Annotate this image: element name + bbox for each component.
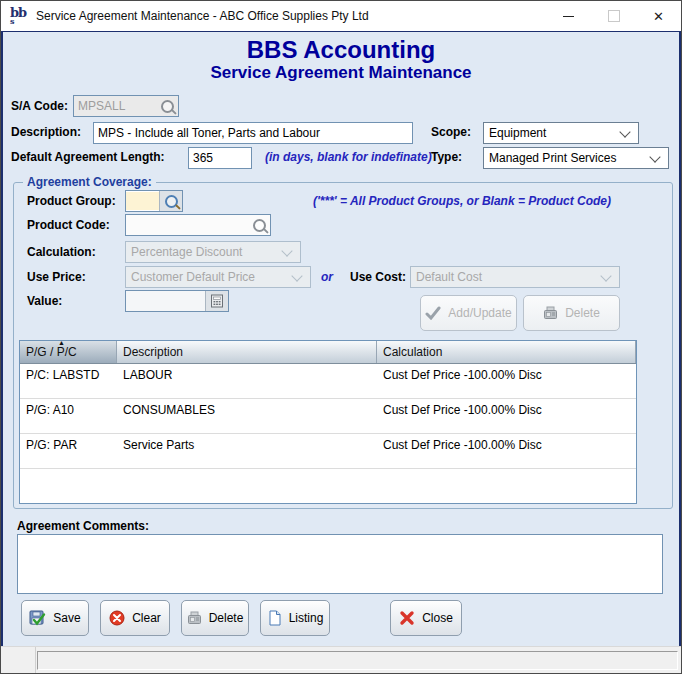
title-bar: bbs Service Agreement Maintenance - ABC … bbox=[1, 1, 681, 31]
product-code-field bbox=[125, 214, 271, 236]
coverage-delete-label: Delete bbox=[565, 306, 600, 320]
column-header-calculation[interactable]: Calculation bbox=[377, 341, 636, 363]
close-icon: ✕ bbox=[653, 10, 664, 23]
column-header-pgpc[interactable]: ▲ P/G / P/C bbox=[20, 341, 117, 363]
clear-button[interactable]: Clear bbox=[100, 600, 170, 636]
main-panel: BBS Accounting Service Agreement Mainten… bbox=[1, 31, 681, 649]
chevron-down-icon bbox=[281, 245, 292, 256]
close-label: Close bbox=[422, 611, 453, 625]
product-group-search-icon[interactable] bbox=[159, 191, 182, 211]
close-x-icon bbox=[399, 610, 415, 626]
save-label: Save bbox=[53, 611, 80, 625]
coverage-table: ▲ P/G / P/C Description Calculation P/C:… bbox=[19, 340, 637, 504]
type-value: Managed Print Services bbox=[489, 151, 647, 165]
value-field bbox=[125, 290, 229, 312]
product-group-note: ('***' = All Product Groups, or Blank = … bbox=[313, 194, 611, 208]
save-icon bbox=[29, 610, 46, 627]
chevron-down-icon bbox=[649, 151, 660, 162]
use-cost-value: Default Cost bbox=[416, 270, 598, 284]
type-select[interactable]: Managed Print Services bbox=[483, 147, 669, 169]
table-row[interactable]: P/C: LABSTD LABOUR Cust Def Price -100.0… bbox=[20, 364, 636, 399]
app-logo-icon: bbs bbox=[8, 6, 30, 26]
product-group-input[interactable] bbox=[126, 192, 159, 210]
comments-label: Agreement Comments: bbox=[17, 519, 149, 533]
calculation-value: Percentage Discount bbox=[131, 245, 279, 259]
cell-calculation: Cust Def Price -100.00% Disc bbox=[377, 434, 636, 468]
chevron-down-icon bbox=[600, 270, 611, 281]
minimize-button[interactable] bbox=[546, 1, 591, 31]
description-label: Description: bbox=[11, 125, 81, 139]
clear-label: Clear bbox=[132, 611, 161, 625]
clear-icon bbox=[109, 610, 125, 626]
use-price-label: Use Price: bbox=[27, 270, 86, 284]
delete-label: Delete bbox=[209, 611, 244, 625]
cell-description: LABOUR bbox=[117, 364, 377, 398]
table-row[interactable]: P/G: A10 CONSUMABLES Cust Def Price -100… bbox=[20, 399, 636, 434]
status-bar bbox=[1, 646, 681, 673]
use-cost-select: Default Cost bbox=[410, 266, 620, 288]
cell-code: P/C: LABSTD bbox=[20, 364, 117, 398]
listing-button[interactable]: Listing bbox=[260, 600, 330, 636]
chevron-down-icon bbox=[291, 270, 302, 281]
close-action-button[interactable]: Close bbox=[390, 600, 462, 636]
product-code-input[interactable] bbox=[126, 216, 248, 234]
type-label: Type: bbox=[431, 150, 462, 164]
app-name-heading: BBS Accounting bbox=[3, 36, 679, 64]
listing-label: Listing bbox=[289, 611, 324, 625]
cell-calculation: Cust Def Price -100.00% Disc bbox=[377, 364, 636, 398]
cell-description: Service Parts bbox=[117, 434, 377, 468]
close-button[interactable]: ✕ bbox=[636, 1, 681, 31]
check-icon bbox=[425, 306, 441, 320]
minimize-icon bbox=[563, 16, 574, 17]
maximize-button bbox=[591, 1, 636, 31]
delete-button[interactable]: Delete bbox=[181, 600, 249, 636]
comments-textarea[interactable] bbox=[17, 534, 663, 594]
add-update-button: Add/Update bbox=[420, 295, 517, 331]
calculator-icon[interactable] bbox=[205, 291, 228, 311]
default-length-input[interactable] bbox=[188, 147, 252, 169]
value-label: Value: bbox=[27, 294, 62, 308]
agreement-coverage-legend: Agreement Coverage: bbox=[23, 175, 156, 189]
delete-device-icon bbox=[543, 306, 558, 320]
sort-ascending-icon: ▲ bbox=[58, 340, 65, 346]
save-button[interactable]: Save bbox=[21, 600, 89, 636]
coverage-table-header: ▲ P/G / P/C Description Calculation bbox=[20, 341, 636, 364]
scope-select[interactable]: Equipment bbox=[483, 122, 639, 144]
scope-value: Equipment bbox=[489, 126, 617, 140]
window-title: Service Agreement Maintenance - ABC Offi… bbox=[36, 9, 546, 23]
delete-device-icon bbox=[187, 611, 202, 625]
scope-label: Scope: bbox=[431, 125, 471, 139]
default-length-label: Default Agreement Length: bbox=[11, 150, 165, 164]
chevron-down-icon bbox=[619, 126, 630, 137]
product-group-label: Product Group: bbox=[27, 194, 116, 208]
window-controls: ✕ bbox=[546, 1, 681, 31]
cell-code: P/G: PAR bbox=[20, 434, 117, 468]
maximize-icon bbox=[608, 10, 620, 22]
description-input[interactable] bbox=[93, 122, 413, 144]
add-update-label: Add/Update bbox=[448, 306, 511, 320]
sa-code-field bbox=[73, 95, 179, 117]
use-price-value: Customer Default Price bbox=[131, 270, 289, 284]
use-cost-label: Use Cost: bbox=[350, 270, 406, 284]
sa-code-label: S/A Code: bbox=[11, 99, 68, 113]
calculation-select: Percentage Discount bbox=[125, 241, 301, 263]
product-code-search-icon[interactable] bbox=[248, 215, 270, 235]
value-input[interactable] bbox=[126, 292, 205, 310]
default-length-hint: (in days, blank for indefinate) bbox=[265, 150, 432, 164]
calculation-label: Calculation: bbox=[27, 245, 96, 259]
product-group-field bbox=[125, 190, 183, 212]
sa-code-search-icon bbox=[156, 96, 178, 116]
product-code-label: Product Code: bbox=[27, 218, 110, 232]
screen-name-heading: Service Agreement Maintenance bbox=[3, 63, 679, 83]
or-label: or bbox=[321, 270, 333, 284]
document-icon bbox=[267, 610, 282, 626]
status-bar-message-panel bbox=[37, 651, 678, 670]
sa-code-input bbox=[74, 97, 156, 115]
app-window: bbs Service Agreement Maintenance - ABC … bbox=[0, 0, 682, 674]
column-header-description[interactable]: Description bbox=[117, 341, 377, 363]
status-bar-left-section bbox=[1, 647, 36, 673]
use-price-select: Customer Default Price bbox=[125, 266, 311, 288]
cell-code: P/G: A10 bbox=[20, 399, 117, 433]
table-row[interactable]: P/G: PAR Service Parts Cust Def Price -1… bbox=[20, 434, 636, 469]
coverage-delete-button: Delete bbox=[523, 295, 620, 331]
